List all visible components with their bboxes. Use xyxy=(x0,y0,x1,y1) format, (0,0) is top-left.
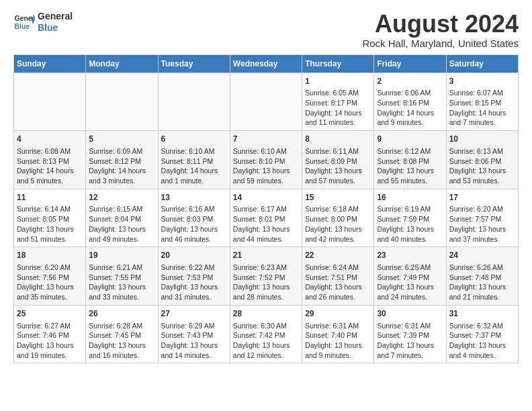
calendar-cell: 27Sunrise: 6:29 AMSunset: 7:43 PMDayligh… xyxy=(158,305,230,363)
day-info: Sunrise: 6:06 AM xyxy=(377,88,443,98)
day-info: Daylight: 13 hours and 24 minutes. xyxy=(377,282,443,302)
day-info: Sunrise: 6:26 AM xyxy=(449,263,515,273)
calendar-cell: 8Sunrise: 6:11 AMSunset: 8:09 PMDaylight… xyxy=(302,131,374,189)
calendar-cell: 6Sunrise: 6:10 AMSunset: 8:11 PMDaylight… xyxy=(158,131,230,189)
calendar-cell: 23Sunrise: 6:25 AMSunset: 7:49 PMDayligh… xyxy=(374,247,446,306)
day-info: Sunset: 7:42 PM xyxy=(233,330,299,340)
weekday-header: Wednesday xyxy=(230,54,302,73)
day-info: Daylight: 14 hours and 7 minutes. xyxy=(449,108,515,128)
day-info: Daylight: 13 hours and 46 minutes. xyxy=(161,224,227,244)
day-info: Daylight: 13 hours and 59 minutes. xyxy=(233,166,299,185)
calendar-cell: 7Sunrise: 6:10 AMSunset: 8:10 PMDaylight… xyxy=(230,131,302,189)
calendar-cell: 25Sunrise: 6:27 AMSunset: 7:46 PMDayligh… xyxy=(14,305,86,363)
day-info: Daylight: 14 hours and 5 minutes. xyxy=(17,166,83,185)
day-number: 3 xyxy=(449,76,515,87)
day-info: Sunset: 7:49 PM xyxy=(377,273,443,283)
calendar-cell xyxy=(14,73,86,131)
day-info: Sunset: 8:15 PM xyxy=(449,98,515,108)
day-number: 5 xyxy=(89,134,154,145)
day-info: Daylight: 13 hours and 51 minutes. xyxy=(17,224,83,244)
calendar-cell: 13Sunrise: 6:16 AMSunset: 8:03 PMDayligh… xyxy=(158,189,230,247)
day-number: 31 xyxy=(449,308,515,320)
day-info: Sunset: 7:55 PM xyxy=(89,273,154,283)
day-number: 4 xyxy=(17,134,83,145)
day-info: Sunset: 7:43 PM xyxy=(161,330,227,340)
calendar-cell: 20Sunrise: 6:22 AMSunset: 7:53 PMDayligh… xyxy=(158,247,230,306)
day-info: Sunset: 8:12 PM xyxy=(89,156,154,167)
day-info: Daylight: 13 hours and 12 minutes. xyxy=(233,340,299,360)
day-info: Sunset: 7:46 PM xyxy=(17,330,83,340)
day-number: 14 xyxy=(233,192,299,203)
day-number: 20 xyxy=(161,250,227,261)
day-number: 19 xyxy=(89,250,154,261)
day-info: Sunset: 8:09 PM xyxy=(305,156,371,167)
day-info: Daylight: 14 hours and 9 minutes. xyxy=(377,108,443,128)
day-info: Sunset: 7:57 PM xyxy=(449,214,515,224)
weekday-header: Saturday xyxy=(446,54,518,73)
day-info: Sunset: 8:03 PM xyxy=(161,214,227,224)
day-number: 15 xyxy=(305,192,371,203)
day-number: 26 xyxy=(89,308,154,320)
calendar-cell: 28Sunrise: 6:30 AMSunset: 7:42 PMDayligh… xyxy=(230,305,302,363)
logo-line2: Blue xyxy=(38,22,73,34)
day-number: 9 xyxy=(377,134,443,145)
day-number: 6 xyxy=(161,134,227,145)
day-info: Sunrise: 6:15 AM xyxy=(89,204,154,214)
calendar-cell: 18Sunrise: 6:20 AMSunset: 7:56 PMDayligh… xyxy=(14,247,86,306)
day-info: Sunrise: 6:31 AM xyxy=(377,321,443,331)
calendar-table: SundayMondayTuesdayWednesdayThursdayFrid… xyxy=(13,54,519,364)
day-info: Sunset: 7:39 PM xyxy=(377,330,443,340)
day-info: Sunrise: 6:17 AM xyxy=(233,204,299,214)
day-info: Sunset: 7:59 PM xyxy=(377,214,443,224)
day-info: Sunset: 8:06 PM xyxy=(449,156,515,167)
day-number: 13 xyxy=(161,192,227,203)
weekday-header-row: SundayMondayTuesdayWednesdayThursdayFrid… xyxy=(14,54,519,73)
calendar-cell: 3Sunrise: 6:07 AMSunset: 8:15 PMDaylight… xyxy=(446,73,518,131)
calendar-cell: 24Sunrise: 6:26 AMSunset: 7:48 PMDayligh… xyxy=(446,247,518,306)
day-number: 27 xyxy=(161,308,227,320)
day-info: Daylight: 13 hours and 28 minutes. xyxy=(233,282,299,302)
day-number: 23 xyxy=(377,250,443,261)
weekday-header: Thursday xyxy=(302,54,374,73)
calendar-cell xyxy=(158,73,230,131)
day-number: 24 xyxy=(449,250,515,261)
day-number: 12 xyxy=(89,192,154,203)
calendar-cell: 10Sunrise: 6:13 AMSunset: 8:06 PMDayligh… xyxy=(446,131,518,189)
calendar-cell: 30Sunrise: 6:31 AMSunset: 7:39 PMDayligh… xyxy=(374,305,446,363)
day-info: Sunrise: 6:30 AM xyxy=(233,321,299,331)
day-info: Daylight: 13 hours and 31 minutes. xyxy=(161,282,227,302)
day-number: 8 xyxy=(305,134,371,145)
day-info: Daylight: 13 hours and 33 minutes. xyxy=(89,282,154,302)
day-info: Sunset: 8:16 PM xyxy=(377,98,443,108)
day-info: Daylight: 13 hours and 16 minutes. xyxy=(89,340,154,360)
day-info: Sunrise: 6:25 AM xyxy=(377,263,443,273)
day-info: Sunset: 7:40 PM xyxy=(305,330,371,340)
weekday-header: Monday xyxy=(86,54,158,73)
calendar-week-row: 18Sunrise: 6:20 AMSunset: 7:56 PMDayligh… xyxy=(14,247,519,306)
day-info: Sunrise: 6:27 AM xyxy=(17,321,83,331)
day-info: Sunrise: 6:31 AM xyxy=(305,321,371,331)
day-info: Daylight: 13 hours and 4 minutes. xyxy=(449,340,515,360)
day-info: Sunrise: 6:16 AM xyxy=(161,204,227,214)
day-number: 2 xyxy=(377,76,443,87)
day-info: Sunrise: 6:20 AM xyxy=(17,263,83,273)
day-info: Daylight: 14 hours and 1 minute. xyxy=(161,166,227,185)
calendar-week-row: 25Sunrise: 6:27 AMSunset: 7:46 PMDayligh… xyxy=(14,305,519,363)
calendar-cell: 16Sunrise: 6:19 AMSunset: 7:59 PMDayligh… xyxy=(374,189,446,247)
day-info: Sunrise: 6:28 AM xyxy=(89,321,154,331)
logo-line1: General xyxy=(38,11,73,22)
day-info: Sunrise: 6:10 AM xyxy=(161,146,227,156)
day-info: Daylight: 13 hours and 53 minutes. xyxy=(449,166,515,185)
calendar-cell: 5Sunrise: 6:09 AMSunset: 8:12 PMDaylight… xyxy=(86,131,158,189)
day-info: Sunrise: 6:20 AM xyxy=(449,204,515,214)
weekday-header: Tuesday xyxy=(158,54,230,73)
day-info: Sunrise: 6:32 AM xyxy=(449,321,515,331)
calendar-cell: 26Sunrise: 6:28 AMSunset: 7:45 PMDayligh… xyxy=(86,305,158,363)
day-info: Daylight: 13 hours and 37 minutes. xyxy=(449,224,515,244)
day-info: Sunset: 8:13 PM xyxy=(17,156,83,167)
day-info: Daylight: 13 hours and 42 minutes. xyxy=(305,224,371,244)
calendar-cell: 2Sunrise: 6:06 AMSunset: 8:16 PMDaylight… xyxy=(374,73,446,131)
calendar-cell: 31Sunrise: 6:32 AMSunset: 7:37 PMDayligh… xyxy=(446,305,518,363)
calendar-cell: 15Sunrise: 6:18 AMSunset: 8:00 PMDayligh… xyxy=(302,189,374,247)
day-info: Sunrise: 6:24 AM xyxy=(305,263,371,273)
